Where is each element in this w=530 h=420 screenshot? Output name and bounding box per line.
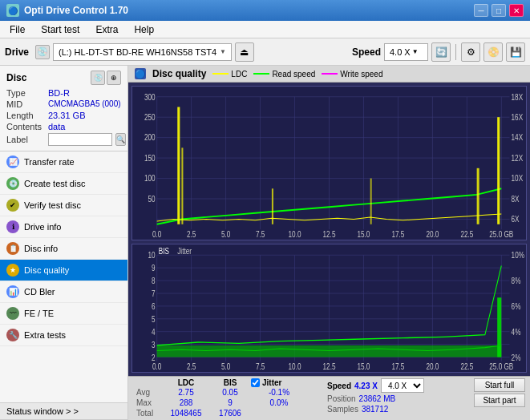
legend-read-speed-label: Read speed [272,70,315,79]
svg-text:7.5: 7.5 [256,231,265,240]
sidebar-item-verify-test-disc[interactable]: ✔ Verify test disc [0,195,127,216]
bottom-chart: 10 9 8 7 6 5 4 3 2 10% 8% 6% 4% 2% 0.0 [131,244,527,373]
nav-items: 📈 Transfer rate 💿 Create test disc ✔ Ver… [0,151,127,402]
svg-text:10.0: 10.0 [289,361,301,371]
create-test-disc-icon: 💿 [6,177,19,190]
media-button[interactable]: 📀 [483,42,503,62]
disc-action-icon2[interactable]: ⊕ [107,71,121,85]
max-bis: 9 [210,398,250,408]
disc-info-icon: 📋 [6,242,19,255]
disc-panel: Disc 💿 ⊕ Type BD-R MID CMCMAGBA5 (000) L… [0,66,127,151]
svg-text:2.5: 2.5 [187,361,196,371]
menu-file[interactable]: File [3,22,31,37]
eject-button[interactable]: ⏏ [235,42,254,62]
status-window-label: Status window > > [6,406,79,416]
samples-label: Samples [327,405,358,414]
status-window-button[interactable]: Status window > > [0,403,127,420]
disc-mid-label: MID [6,99,45,109]
action-buttons: Start full Start part [474,378,525,407]
svg-text:4%: 4% [512,327,521,337]
ldc-chart-svg: 300 250 200 150 100 50 18X 16X 14X 12X 1… [132,87,526,240]
charts-area: 300 250 200 150 100 50 18X 16X 14X 12X 1… [128,83,530,376]
sidebar-item-drive-info[interactable]: ℹ Drive info [0,216,127,238]
menu-extra[interactable]: Extra [89,22,124,37]
separator [455,44,456,60]
legend-write-speed: Write speed [322,70,382,79]
svg-text:8%: 8% [512,276,521,285]
sidebar-item-cd-bler[interactable]: 📊 CD Bler [0,281,127,303]
svg-rect-45 [272,188,273,224]
svg-text:0.0: 0.0 [152,361,161,371]
sidebar-item-extra-tests[interactable]: 🔧 Extra tests [0,325,127,346]
disc-info-label: Disc info [24,244,58,253]
menu-help[interactable]: Help [127,22,160,37]
svg-text:16X: 16X [512,113,524,122]
svg-rect-44 [181,147,183,224]
svg-text:25.0 GB: 25.0 GB [489,231,513,240]
disc-action-icon1[interactable]: 💿 [91,71,105,85]
maximize-button[interactable]: □ [492,4,506,17]
refresh-button[interactable]: 🔄 [431,42,451,62]
speed-dropdown-arrow: ▼ [412,48,419,55]
minimize-button[interactable]: ─ [474,4,488,17]
svg-text:14X: 14X [512,134,524,143]
speed-dropdown[interactable]: 4.0 X ▼ [384,43,428,61]
legend-ldc-label: LDC [231,70,247,79]
legend-write-speed-color [322,73,338,75]
sidebar-item-transfer-rate[interactable]: 📈 Transfer rate [0,151,127,173]
close-button[interactable]: ✕ [509,4,524,17]
speed-value: 4.0 X [390,47,411,57]
app-title: Opti Drive Control 1.70 [24,5,128,16]
drive-dropdown[interactable]: (L:) HL-DT-ST BD-RE WH16NS58 TST4 ▼ [53,43,232,61]
disc-type-value: BD-R [48,88,70,98]
settings-button[interactable]: ⚙ [461,42,480,62]
speed-label: Speed [352,46,381,58]
fe-te-icon: 〰 [6,307,19,320]
sidebar-item-disc-quality[interactable]: ★ Disc quality [0,260,127,281]
legend-ldc: LDC [212,70,247,79]
disc-label-icon[interactable]: 🔍 [115,133,126,146]
svg-text:6: 6 [152,301,156,311]
legend-read-speed-color [253,73,269,75]
speed-display-label: Speed [327,382,351,390]
disc-length-row: Length 23.31 GB [6,111,121,120]
samples-value: 381712 [362,405,388,414]
disc-label-input[interactable] [48,133,112,146]
svg-text:10%: 10% [512,250,525,260]
save-button[interactable]: 💾 [506,42,525,62]
total-label: Total [133,408,162,418]
svg-text:8X: 8X [512,195,520,204]
chart-header: 🔵 Disc quality LDC Read speed Write spee… [128,66,530,83]
sidebar-item-disc-info[interactable]: 📋 Disc info [0,238,127,260]
svg-text:200: 200 [144,134,156,143]
svg-text:20.0: 20.0 [426,231,439,240]
svg-text:6X: 6X [512,215,520,224]
svg-text:BIS: BIS [159,246,169,256]
start-part-button[interactable]: Start part [474,394,525,407]
jitter-checkbox[interactable] [251,378,260,387]
svg-text:22.5: 22.5 [460,361,473,371]
sidebar: Disc 💿 ⊕ Type BD-R MID CMCMAGBA5 (000) L… [0,66,128,420]
disc-label-row: Label 🔍 [6,133,121,146]
avg-label: Avg [133,387,162,398]
menu-start-test[interactable]: Start test [34,22,86,37]
verify-test-disc-label: Verify test disc [24,200,81,210]
svg-text:5: 5 [152,314,156,324]
drive-dropdown-value: (L:) HL-DT-ST BD-RE WH16NS58 TST4 [59,47,216,57]
sidebar-item-create-test-disc[interactable]: 💿 Create test disc [0,173,127,195]
avg-bis: 0.05 [210,387,250,398]
svg-text:6%: 6% [512,301,521,311]
svg-text:22.5: 22.5 [460,231,473,240]
chart-header-icon: 🔵 [135,68,146,79]
svg-text:2: 2 [152,352,156,361]
svg-text:2%: 2% [512,352,521,361]
extra-tests-icon: 🔧 [6,329,19,341]
speed-select[interactable]: 4.0 X 2.0 X 8.0 X [381,378,424,393]
svg-text:100: 100 [144,175,156,184]
sidebar-item-fe-te[interactable]: 〰 FE / TE [0,303,127,325]
svg-text:4: 4 [152,327,156,337]
disc-mid-row: MID CMCMAGBA5 (000) [6,99,121,109]
start-full-button[interactable]: Start full [474,378,525,392]
sidebar-bottom: Status window > > [0,402,127,420]
position-label: Position [327,394,356,403]
